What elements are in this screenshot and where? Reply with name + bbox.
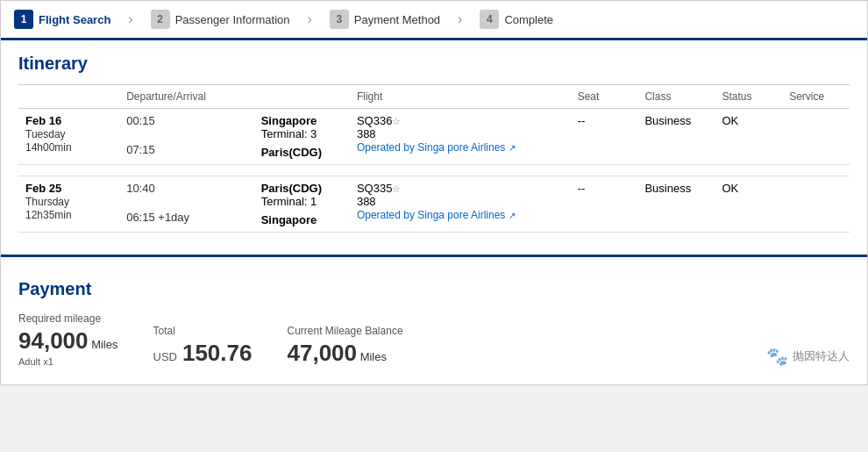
operated-link-0[interactable]: Operated by Singa pore Airlines ↗ bbox=[357, 141, 516, 154]
flight-status-0: OK bbox=[715, 109, 782, 165]
row-spacer bbox=[18, 165, 850, 176]
required-mileage-label: Required mileage bbox=[18, 312, 118, 325]
watermark: 🐾 抛因特达人 bbox=[766, 346, 850, 367]
step-2-label: Passenger Information bbox=[175, 13, 290, 26]
itinerary-section: Itinerary Departure/Arrival Flight Seat … bbox=[1, 40, 867, 246]
required-mileage-item: Required mileage 94,000 Miles Adult x1 bbox=[18, 312, 118, 367]
balance-number: 47,000 bbox=[287, 340, 357, 366]
balance-label: Current Mileage Balance bbox=[287, 325, 402, 337]
step-3-number: 3 bbox=[330, 10, 349, 29]
col-header-date bbox=[18, 85, 119, 109]
flight-seat-0: -- bbox=[571, 109, 638, 165]
separator-2: › bbox=[307, 11, 311, 27]
balance-value: 47,000 Miles bbox=[287, 340, 402, 367]
total-value: USD 150.76 bbox=[153, 340, 253, 367]
section-divider bbox=[1, 255, 867, 257]
flight-info-1: SQ335☆ 388 Operated by Singa pore Airlin… bbox=[350, 176, 571, 233]
flight-status-1: OK bbox=[715, 176, 782, 233]
operated-link-1[interactable]: Operated by Singa pore Airlines ↗ bbox=[357, 209, 516, 221]
total-label: Total bbox=[153, 325, 253, 337]
flight-class-0: Business bbox=[637, 109, 715, 165]
flight-date-0: Feb 16 Tuesday 14h00min bbox=[18, 109, 119, 165]
step-4-number: 4 bbox=[480, 10, 499, 29]
flight-times-0: 00:15 07:15 bbox=[119, 109, 254, 165]
step-1-number: 1 bbox=[14, 10, 33, 29]
itinerary-title: Itinerary bbox=[18, 54, 850, 74]
required-mileage-value: 94,000 Miles bbox=[18, 327, 118, 355]
flight-class-1: Business bbox=[637, 176, 715, 233]
flight-cities-0: Singapore Terminal: 3 Paris(CDG) bbox=[254, 109, 350, 165]
step-1[interactable]: 1 Flight Search bbox=[14, 10, 110, 29]
table-row: Feb 16 Tuesday 14h00min 00:15 07:15 Sing… bbox=[18, 109, 850, 165]
mileage-number: 94,000 bbox=[18, 327, 89, 354]
col-header-class: Class bbox=[637, 85, 715, 109]
step-2[interactable]: 2 Passenger Information bbox=[151, 10, 290, 29]
col-header-service: Service bbox=[782, 85, 850, 109]
total-currency: USD bbox=[153, 350, 177, 363]
flight-service-1 bbox=[782, 176, 850, 233]
flight-seat-1: -- bbox=[571, 176, 638, 233]
step-1-label: Flight Search bbox=[39, 13, 110, 26]
step-4-label: Complete bbox=[504, 13, 553, 26]
payment-title: Payment bbox=[18, 279, 850, 299]
watermark-text: 抛因特达人 bbox=[793, 348, 850, 364]
flight-times-1: 10:40 06:15 +1day bbox=[119, 176, 254, 233]
table-row: Feb 25 Thursday 12h35min 10:40 06:15 +1d… bbox=[18, 176, 850, 233]
total-amount: 150.76 bbox=[182, 340, 253, 367]
balance-item: Current Mileage Balance 47,000 Miles bbox=[287, 325, 402, 367]
main-container: 1 Flight Search › 2 Passenger Informatio… bbox=[0, 0, 868, 385]
itinerary-table: Departure/Arrival Flight Seat Class Stat… bbox=[18, 84, 850, 233]
col-header-flight: Flight bbox=[350, 85, 571, 109]
flight-date-1: Feb 25 Thursday 12h35min bbox=[18, 176, 119, 233]
mileage-unit: Miles bbox=[91, 338, 117, 351]
col-header-city bbox=[254, 85, 350, 109]
separator-1: › bbox=[128, 11, 132, 27]
step-3-label: Payment Method bbox=[354, 13, 440, 26]
step-3[interactable]: 3 Payment Method bbox=[330, 10, 440, 29]
col-header-seat: Seat bbox=[571, 85, 638, 109]
flight-cities-1: Paris(CDG) Terminal: 1 Singapore bbox=[254, 176, 350, 233]
table-header-row: Departure/Arrival Flight Seat Class Stat… bbox=[18, 85, 850, 109]
payment-section: Payment Required mileage 94,000 Miles Ad… bbox=[1, 266, 867, 384]
flight-info-0: SQ336☆ 388 Operated by Singa pore Airlin… bbox=[350, 109, 571, 165]
watermark-icon: 🐾 bbox=[766, 346, 788, 367]
progress-bar: 1 Flight Search › 2 Passenger Informatio… bbox=[1, 1, 867, 40]
adult-info: Adult x1 bbox=[18, 356, 118, 367]
flight-service-0 bbox=[782, 109, 850, 165]
separator-3: › bbox=[458, 11, 462, 27]
col-header-status: Status bbox=[715, 85, 782, 109]
payment-details: Required mileage 94,000 Miles Adult x1 T… bbox=[18, 312, 850, 367]
balance-unit: Miles bbox=[360, 350, 387, 363]
step-4[interactable]: 4 Complete bbox=[480, 10, 553, 29]
step-2-number: 2 bbox=[151, 10, 170, 29]
total-item: Total USD 150.76 bbox=[153, 325, 253, 367]
col-header-departure: Departure/Arrival bbox=[119, 85, 254, 109]
